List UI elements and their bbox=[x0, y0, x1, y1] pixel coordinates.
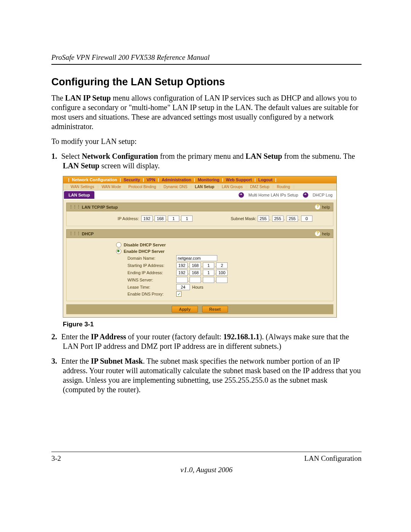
mask-octet-1[interactable] bbox=[258, 216, 269, 222]
mask-octet-3[interactable] bbox=[287, 216, 298, 222]
intro-paragraph-1: The LAN IP Setup menu allows configurati… bbox=[51, 93, 362, 131]
help-link[interactable]: help bbox=[322, 232, 330, 236]
arrow-icon bbox=[303, 192, 308, 198]
end-ip-3[interactable] bbox=[203, 270, 214, 276]
menu-administration[interactable]: Administration bbox=[162, 177, 191, 182]
menu-web-support[interactable]: Web Support bbox=[226, 177, 252, 182]
submenu-dmz-setup[interactable]: DMZ Setup bbox=[250, 185, 269, 189]
menu-security[interactable]: Security bbox=[124, 177, 140, 182]
subnet-mask-label: Subnet Mask: bbox=[231, 216, 256, 221]
bold-text: LAN Setup bbox=[245, 152, 282, 160]
text: Select bbox=[61, 152, 82, 160]
tab-row: LAN Setup Multi Home LAN IPs Setup DHCP … bbox=[63, 190, 336, 200]
wins-1[interactable] bbox=[176, 277, 188, 283]
submenu-lan-setup[interactable]: LAN Setup bbox=[195, 185, 214, 189]
text: of your router (factory default: bbox=[126, 332, 223, 341]
end-ip-1[interactable] bbox=[176, 270, 188, 276]
button-row: Apply Reset bbox=[66, 304, 333, 314]
end-ip-2[interactable] bbox=[190, 270, 201, 276]
end-ip-4[interactable] bbox=[216, 270, 228, 276]
section-bar-dhcp: ⋮⋮⋮ DHCP ? help bbox=[66, 229, 333, 238]
submenu-routing[interactable]: Routing bbox=[277, 185, 290, 189]
step-number: 1. bbox=[51, 152, 61, 161]
step-3: 3.Enter the IP Subnet Mask. The subnet m… bbox=[63, 356, 362, 395]
section-title-text: DHCP bbox=[82, 232, 94, 236]
ip-octet-1[interactable] bbox=[141, 216, 153, 222]
help-icon[interactable]: ? bbox=[315, 204, 320, 210]
submenu-dynamic-dns[interactable]: Dynamic DNS bbox=[164, 185, 188, 189]
radio-enable-dhcp[interactable] bbox=[116, 249, 121, 254]
wins-4[interactable] bbox=[216, 277, 228, 283]
help-icon[interactable]: ? bbox=[315, 231, 320, 236]
page-number: 3-2 bbox=[51, 454, 61, 463]
section-bar-tcpip: ⋮⋮⋮ LAN TCP/IP Setup ? help bbox=[66, 203, 333, 211]
sub-menu: ::WAN Settings ::WAN Mode ::Protocol Bin… bbox=[63, 183, 336, 190]
mask-octet-4[interactable] bbox=[301, 216, 312, 222]
step-number: 2. bbox=[51, 332, 61, 342]
domain-name-input[interactable] bbox=[176, 255, 217, 261]
primary-menu: | Network Configuration | Security | VPN… bbox=[63, 176, 336, 183]
ending-ip-label: Ending IP Address: bbox=[70, 270, 176, 275]
lease-time-unit: Hours bbox=[192, 285, 203, 289]
start-ip-2[interactable] bbox=[190, 262, 201, 268]
figure-router-screenshot: | Network Configuration | Security | VPN… bbox=[63, 176, 362, 328]
router-admin-panel: | Network Configuration | Security | VPN… bbox=[63, 176, 337, 318]
text: Enter the bbox=[61, 332, 91, 341]
submenu-wan-settings[interactable]: WAN Settings bbox=[71, 185, 94, 189]
submenu-wan-mode[interactable]: WAN Mode bbox=[102, 185, 121, 189]
bold-text: 192.168.1.1 bbox=[223, 332, 260, 341]
radio-label: Enable DHCP Server bbox=[124, 249, 164, 254]
wins-3[interactable] bbox=[203, 277, 214, 283]
text: The bbox=[51, 94, 65, 102]
chapter-name: LAN Configuration bbox=[304, 454, 362, 463]
ip-octet-4[interactable] bbox=[181, 216, 193, 222]
wins-server-label: WINS Server: bbox=[70, 278, 176, 282]
help-link[interactable]: help bbox=[322, 205, 330, 209]
figure-caption: Figure 3-1 bbox=[63, 321, 362, 328]
menu-network-configuration[interactable]: Network Configuration bbox=[72, 177, 117, 182]
starting-ip-label: Starting IP Address: bbox=[70, 263, 176, 268]
bold-text: LAN Setup bbox=[63, 161, 99, 170]
step-number: 3. bbox=[51, 356, 61, 366]
arrow-icon bbox=[239, 192, 244, 198]
submenu-protocol-binding[interactable]: Protocol Binding bbox=[128, 185, 156, 189]
lease-time-input[interactable] bbox=[176, 284, 190, 290]
radio-disable-dhcp[interactable] bbox=[116, 242, 121, 248]
step-1: 1.Select Network Configuration from the … bbox=[63, 152, 362, 171]
start-ip-1[interactable] bbox=[176, 262, 188, 268]
start-ip-3[interactable] bbox=[203, 262, 214, 268]
bold-text: IP Subnet Mask bbox=[91, 357, 143, 365]
text: Enter the bbox=[61, 357, 91, 365]
running-header: ProSafe VPN Firewall 200 FVX538 Referenc… bbox=[51, 53, 362, 65]
link-dhcp-log[interactable]: DHCP Log bbox=[313, 193, 333, 197]
bold-text: Network Configuration bbox=[82, 152, 158, 160]
reset-button[interactable]: Reset bbox=[202, 306, 228, 313]
submenu-lan-groups[interactable]: LAN Groups bbox=[222, 185, 243, 189]
version-text: v1.0, August 2006 bbox=[51, 466, 362, 474]
domain-name-label: Domain Name: bbox=[70, 256, 176, 260]
radio-label: Disable DHCP Server bbox=[124, 243, 166, 247]
lease-time-label: Lease Time: bbox=[70, 285, 176, 289]
tab-lan-setup[interactable]: LAN Setup bbox=[64, 191, 94, 199]
link-multi-home[interactable]: Multi Home LAN IPs Setup bbox=[249, 193, 298, 197]
mask-octet-2[interactable] bbox=[272, 216, 284, 222]
start-ip-4[interactable] bbox=[216, 262, 228, 268]
menu-monitoring[interactable]: Monitoring bbox=[198, 177, 220, 182]
section-tcpip: IP Address: . . . Subnet Mask: . . . bbox=[66, 211, 333, 226]
menu-vpn[interactable]: VPN bbox=[147, 177, 155, 182]
page-footer: 3-2 LAN Configuration v1.0, August 2006 bbox=[51, 452, 362, 474]
dns-proxy-checkbox[interactable]: ✓ bbox=[176, 291, 182, 297]
section-title: Configuring the LAN Setup Options bbox=[51, 76, 362, 88]
ip-address-label: IP Address: bbox=[70, 216, 141, 221]
bold-text: IP Address bbox=[91, 332, 126, 341]
text: from the primary menu and bbox=[158, 152, 245, 160]
apply-button[interactable]: Apply bbox=[172, 306, 198, 313]
menu-logout[interactable]: Logout bbox=[258, 177, 272, 182]
bold-text: LAN IP Setup bbox=[65, 94, 111, 102]
ip-octet-2[interactable] bbox=[155, 216, 166, 222]
section-title-text: LAN TCP/IP Setup bbox=[82, 205, 118, 209]
text: screen will display. bbox=[99, 161, 160, 170]
wins-2[interactable] bbox=[190, 277, 201, 283]
ip-octet-3[interactable] bbox=[168, 216, 179, 222]
dns-proxy-label: Enable DNS Proxy: bbox=[70, 292, 176, 296]
